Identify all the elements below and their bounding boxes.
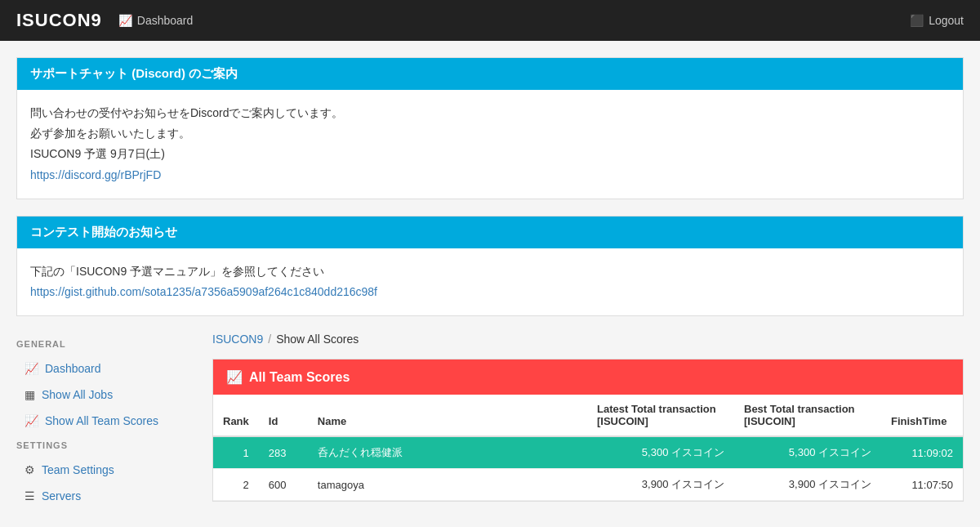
contest-info-header: コンテスト開始のお知らせ	[17, 217, 963, 248]
cell-rank: 2	[213, 469, 259, 501]
right-panel: ISUCON9 / Show All Scores 📈 All Team Sco…	[212, 333, 964, 502]
cell-name: tamagoya	[308, 469, 587, 501]
settings-section-label: SETTINGS	[16, 440, 196, 450]
cell-best: 5,300 イスコイン	[734, 436, 881, 469]
cell-name: 呑んだくれ穏健派	[308, 436, 587, 469]
discord-link[interactable]: https://discord.gg/rBPrjFD	[30, 168, 161, 181]
scores-sidebar-icon: 📈	[24, 414, 38, 427]
col-latest: Latest Total transaction [ISUCOIN]	[587, 395, 734, 436]
contest-link[interactable]: https://gist.github.com/sota1235/a7356a5…	[30, 285, 377, 298]
col-best: Best Total transaction [ISUCOIN]	[734, 395, 881, 436]
contest-info-body: 下記の「ISUCON9 予選マニュアル」を参照してください https://gi…	[17, 248, 963, 315]
cell-finish: 11:07:50	[881, 469, 963, 501]
col-name: Name	[308, 395, 587, 436]
sidebar-item-dashboard[interactable]: 📈 Dashboard	[16, 355, 196, 382]
navbar: ISUCON9 📈 Dashboard ⬛ Logout	[0, 0, 980, 41]
cell-id: 283	[259, 436, 308, 469]
col-id: Id	[259, 395, 308, 436]
cell-latest: 5,300 イスコイン	[587, 436, 734, 469]
team-settings-icon: ⚙	[24, 463, 35, 476]
cell-finish: 11:09:02	[881, 436, 963, 469]
sidebar: GENERAL 📈 Dashboard ▦ Show All Jobs 📈 Sh…	[16, 333, 196, 509]
logout-label: Logout	[929, 14, 964, 27]
jobs-sidebar-icon: ▦	[24, 388, 35, 401]
scores-table: Rank Id Name Latest Total transaction [I…	[213, 395, 963, 501]
two-col-layout: GENERAL 📈 Dashboard ▦ Show All Jobs 📈 Sh…	[16, 333, 964, 509]
brand-logo: ISUCON9	[16, 10, 102, 31]
dashboard-nav-label: Dashboard	[137, 14, 194, 27]
scores-panel-header: 📈 All Team Scores	[213, 360, 963, 395]
cell-id: 600	[259, 469, 308, 501]
breadcrumb-separator: /	[268, 333, 271, 346]
breadcrumb-current: Show All Scores	[276, 333, 359, 346]
sidebar-item-scores-label: Show All Team Scores	[45, 414, 158, 427]
cell-rank: 1	[213, 436, 259, 469]
breadcrumb-root[interactable]: ISUCON9	[212, 333, 263, 346]
discord-line2: 必ず参加をお願いいたします。	[30, 127, 190, 140]
sidebar-item-team-label: Team Settings	[42, 463, 114, 476]
col-rank: Rank	[213, 395, 259, 436]
sidebar-item-servers-label: Servers	[42, 489, 81, 502]
chart-icon: 📈	[118, 14, 132, 27]
sidebar-item-servers[interactable]: ☰ Servers	[16, 483, 196, 509]
general-section-label: GENERAL	[16, 339, 196, 349]
sidebar-item-show-all-jobs[interactable]: ▦ Show All Jobs	[16, 382, 196, 408]
discord-info-body: 問い合わせの受付やお知らせをDiscordでご案内しています。 必ず参加をお願い…	[17, 90, 963, 199]
dashboard-nav-link[interactable]: 📈 Dashboard	[118, 14, 194, 27]
table-row: 2 600 tamagoya 3,900 イスコイン 3,900 イスコイン 1…	[213, 469, 963, 501]
cell-best: 3,900 イスコイン	[734, 469, 881, 501]
scores-panel: 📈 All Team Scores Rank Id Name Latest To…	[212, 359, 964, 502]
cell-latest: 3,900 イスコイン	[587, 469, 734, 501]
discord-info-header: サポートチャット (Discord) のご案内	[17, 58, 963, 90]
dashboard-sidebar-icon: 📈	[24, 362, 38, 375]
sidebar-item-team-settings[interactable]: ⚙ Team Settings	[16, 457, 196, 483]
logout-icon: ⬛	[910, 14, 924, 27]
main-content: サポートチャット (Discord) のご案内 問い合わせの受付やお知らせをDi…	[0, 41, 980, 525]
discord-info-box: サポートチャット (Discord) のご案内 問い合わせの受付やお知らせをDi…	[16, 57, 964, 199]
logout-button[interactable]: ⬛ Logout	[910, 14, 964, 27]
table-row: 1 283 呑んだくれ穏健派 5,300 イスコイン 5,300 イスコイン 1…	[213, 436, 963, 469]
contest-line1: 下記の「ISUCON9 予選マニュアル」を参照してください	[30, 265, 324, 278]
discord-line1: 問い合わせの受付やお知らせをDiscordでご案内しています。	[30, 106, 343, 119]
col-finish: FinishTime	[881, 395, 963, 436]
sidebar-item-jobs-label: Show All Jobs	[42, 388, 113, 401]
sidebar-item-show-all-scores[interactable]: 📈 Show All Team Scores	[16, 408, 196, 434]
breadcrumb: ISUCON9 / Show All Scores	[212, 333, 964, 346]
scores-panel-icon: 📈	[226, 369, 243, 385]
sidebar-item-dashboard-label: Dashboard	[45, 362, 101, 375]
scores-panel-title: All Team Scores	[249, 370, 350, 385]
servers-icon: ☰	[24, 489, 35, 502]
contest-info-box: コンテスト開始のお知らせ 下記の「ISUCON9 予選マニュアル」を参照してくだ…	[16, 216, 964, 316]
discord-line3: ISUCON9 予選 9月7日(土)	[30, 147, 165, 160]
